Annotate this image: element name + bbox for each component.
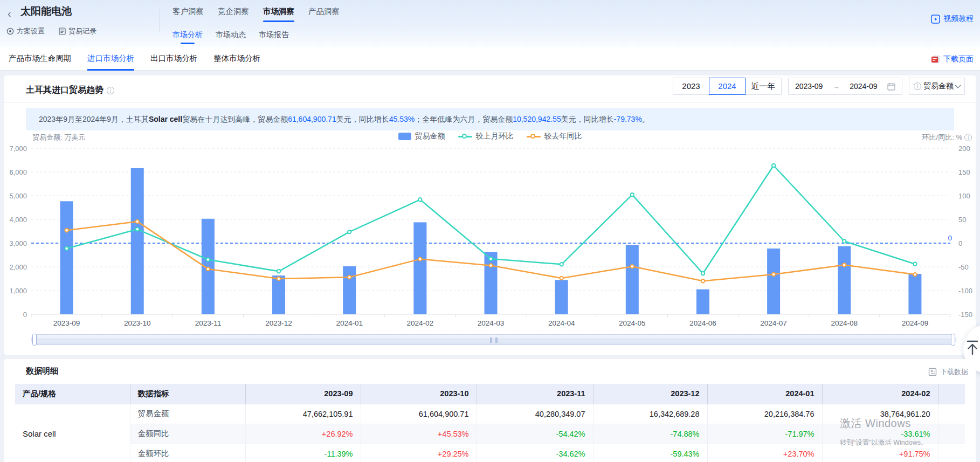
bar-2024-04 [555,280,568,314]
info-icon: i [914,82,921,90]
document-icon [59,27,66,35]
trend-chart-card: 土耳其进口贸易趋势i 20232024近一年 2023-09 → 2024-09… [4,75,976,355]
svg-text:-50: -50 [958,263,969,271]
summary-segment: 。 [642,115,650,123]
svg-text:2024-03: 2024-03 [478,319,505,327]
chart-legend: 贸易金额较上月环比较去年同比 [4,132,976,141]
back-button[interactable]: ‹ [8,7,17,20]
value-cell: -54.42% [477,424,593,444]
play-video-icon [931,15,940,24]
value-cell: +91.75% [822,444,938,462]
bar-2024-08 [838,246,851,314]
value-cell: 61,604,900.71 [361,404,477,424]
legend-item-较去年同比[interactable]: 较去年同比 [527,132,582,141]
svg-text:7,000: 7,000 [9,144,27,153]
summary-segment: 45.53% [389,115,415,123]
bar-2024-03 [485,252,498,314]
table-col-产品/规格: 产品/规格 [15,384,130,404]
svg-text:5,000: 5,000 [9,192,27,200]
svg-text:4,000: 4,000 [9,216,27,224]
svg-text:150: 150 [958,168,970,176]
target-icon [6,27,14,35]
video-tutorial-button[interactable]: 视频教程 [931,14,974,24]
indicator-cell: 金额同比 [130,424,245,444]
info-icon[interactable]: i [107,87,114,94]
data-detail-card: 数据明细 下载数据 产品/规格数据指标2023-092023-102023-11… [4,359,976,462]
value-cell: -11.39% [245,444,361,462]
value-cell: 47,662,105.91 [245,404,361,424]
tab-产品洞察[interactable]: 产品洞察 [308,6,340,22]
download-data-label: 下载数据 [940,367,968,377]
value-cell-clipped [938,404,965,424]
legend-label: 贸易金额 [415,132,445,141]
value-cell-clipped [938,424,965,444]
legend-item-贸易金额[interactable]: 贸易金额 [398,132,445,141]
date-to: 2024-09 [850,82,877,91]
svg-text:2024-08: 2024-08 [831,319,858,327]
value-cell: +29.25% [361,444,477,462]
chart-zoom-scrollbar[interactable] [31,334,956,345]
bar-2024-01 [343,266,356,314]
date-from: 2023-09 [795,82,823,91]
scrollbar-handle-right[interactable] [951,334,955,346]
trend-summary: 2023年9月至2024年9月，土耳其Solar cell贸易在十月达到高峰，贸… [26,108,954,130]
summary-segment: -79.73% [614,115,642,123]
product-cell: Solar cell [15,404,130,462]
summary-segment: 美元，同比增长 [336,115,389,123]
svg-text:2023-10: 2023-10 [124,319,151,327]
download-data-button[interactable]: 下载数据 [928,367,968,377]
nav-item-产品市场生命周期[interactable]: 产品市场生命周期 [9,47,71,71]
legend-item-较上月环比[interactable]: 较上月环比 [458,132,514,141]
subtab-市场分析[interactable]: 市场分析 [172,30,203,44]
value-cell: +45.53% [361,424,477,444]
subtab-市场动态[interactable]: 市场动态 [216,30,246,44]
scrollbar-handle-left[interactable] [32,334,37,346]
tab-市场洞察[interactable]: 市场洞察 [263,6,294,22]
table-col-2023-09: 2023-09 [245,384,361,404]
nav-item-出口市场分析[interactable]: 出口市场分析 [150,47,197,71]
summary-segment: Solar cell [149,115,182,123]
plan-settings-button[interactable]: 方案设置 [6,26,45,36]
table-col-2023-10: 2023-10 [361,384,477,404]
bar-2024-02 [413,222,426,314]
svg-text:1,000: 1,000 [9,287,27,295]
table-header-row: 产品/规格数据指标2023-092023-102023-112023-12202… [15,384,965,404]
svg-text:2023-12: 2023-12 [265,319,292,327]
data-detail-table: 产品/规格数据指标2023-092023-102023-112023-12202… [15,384,965,462]
table-title: 数据明细 [26,366,58,376]
svg-text:3,000: 3,000 [9,239,27,247]
page-title: 太阳能电池 [20,4,72,18]
table-col-clipped [938,384,965,404]
value-cell: -59.43% [593,444,707,462]
value-cell-clipped [938,444,965,462]
nav-item-整体市场分析[interactable]: 整体市场分析 [213,47,260,71]
download-page-button[interactable]: 下载页面 [931,47,974,71]
date-range-picker[interactable]: 2023-09 → 2024-09 [788,78,902,95]
svg-text:2024-02: 2024-02 [407,319,434,327]
video-tutorial-label: 视频教程 [943,14,974,24]
svg-text:2,000: 2,000 [9,263,27,271]
svg-text:100: 100 [958,192,970,200]
summary-segment: 美元，同比增长 [561,115,614,123]
svg-text:2024-09: 2024-09 [902,319,929,327]
year-button-2024[interactable]: 2024 [709,78,746,95]
trade-records-button[interactable]: 贸易记录 [59,26,96,36]
tab-竞企洞察[interactable]: 竞企洞察 [218,6,249,22]
indicator-cell: 金额环比 [130,444,245,462]
tab-客户洞察[interactable]: 客户洞察 [172,6,204,22]
svg-text:0: 0 [948,234,952,242]
subtab-市场报告[interactable]: 市场报告 [259,30,289,44]
metric-select[interactable]: i 贸易金额 [909,78,965,95]
divider [4,102,976,103]
value-cell: -33.61% [822,424,938,444]
header-divider [160,9,160,32]
value-cell: +26.92% [245,424,361,444]
year-button-group: 20232024近一年 [673,78,782,95]
year-button-2023[interactable]: 2023 [673,78,709,95]
nav-item-进口市场分析[interactable]: 进口市场分析 [87,47,134,71]
excel-icon [928,368,937,376]
year-button-近一年[interactable]: 近一年 [745,78,782,95]
value-cell: 20,216,384.76 [707,404,822,424]
svg-text:2023-09: 2023-09 [53,319,80,327]
legend-bar-swatch [398,133,411,140]
